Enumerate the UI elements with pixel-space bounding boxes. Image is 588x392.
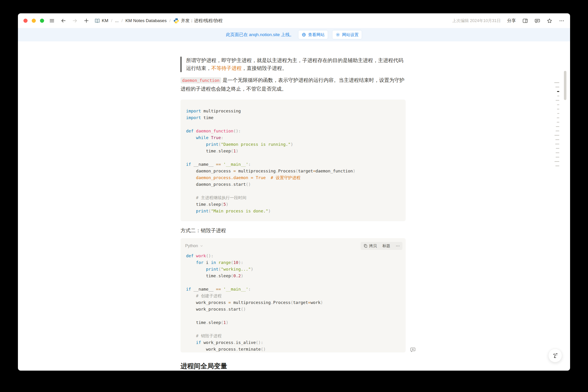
code-block-terminate[interactable]: Python 拷贝 标题 ⋯ def work(): [181,238,406,352]
paragraph-daemon-function: daemon_function 是一个无限循环的函数，表示守护进程的运行内容。当… [181,76,406,93]
zoom-window-button[interactable] [40,18,44,23]
last-edited-timestamp: 上次编辑 2024年10月31日 [452,18,501,24]
code-line: print("Daemon process is running.") [186,141,400,148]
outline-indicator [554,82,559,166]
close-window-button[interactable] [23,18,27,23]
traffic-lights [23,18,44,23]
toc-mark[interactable] [557,91,559,92]
language-label: Python [185,244,198,248]
code-line: # 销毁子进程 [186,332,400,339]
code-line: for i in range(10): [186,259,400,266]
toc-mark[interactable] [557,104,559,105]
caption-button[interactable]: 标题 [380,242,393,250]
toc-mark[interactable] [557,96,559,96]
code-line: daemon_process.daemon = True # 设置守护进程 [186,174,400,181]
scrollbar-thumb[interactable] [564,71,567,100]
back-arrow-icon[interactable] [61,18,66,24]
code-line [186,279,400,286]
toc-mark[interactable] [555,87,559,87]
ai-face-icon [552,352,559,359]
toc-mark[interactable] [556,148,559,149]
code-body: def work(): for i in range(10): print("w… [181,250,406,352]
code-line [186,188,400,194]
new-page-plus-icon[interactable] [84,18,89,24]
notion-ai-button[interactable] [548,348,562,362]
breadcrumb-separator: / [111,18,112,23]
code-toolbar: 拷贝 标题 ⋯ [361,242,402,250]
code-line: daemon_process = multiprocessing.Process… [186,168,400,174]
toc-mark[interactable] [555,135,559,136]
toc-mark[interactable] [555,166,559,166]
code-line: daemon_process.start() [186,181,400,188]
view-site-button[interactable]: 查看网站 [298,30,328,39]
code-line: def daemon_function(): [186,128,400,134]
publish-banner-message: 此页面已在 anqh.notion.site 上线。 [226,32,294,38]
code-block-header: Python 拷贝 标题 ⋯ [181,238,406,250]
hamburger-icon[interactable] [49,18,55,24]
star-icon[interactable] [547,18,552,24]
quote-text: 所谓守护进程，即守护主进程，就是以主进程为主，子进程存在的目的是辅助主进程，主进… [182,56,406,72]
quote-highlight-orange: 不等待子进程 [211,65,242,71]
code-line: print("Main process is done.") [186,208,400,214]
toc-mark[interactable] [555,139,559,140]
toc-mark[interactable] [556,130,559,131]
code-line: work_process = multiprocessing.Process(t… [186,299,400,306]
toc-mark[interactable] [555,161,559,162]
code-line: while True: [186,134,400,141]
breadcrumb-collapsed[interactable]: ... [115,18,119,23]
comment-icon[interactable] [535,18,540,24]
copy-button[interactable]: 拷贝 [361,242,380,250]
language-selector[interactable]: Python [185,244,203,248]
chevron-down-icon [200,244,203,248]
titlebar: KM / ... / KM Notes Databases / 并发：进程/线程… [18,13,570,28]
code-body: import multiprocessingimport time def da… [181,100,406,221]
code-line: if __name__ == '__main__': [186,161,400,168]
toc-mark[interactable] [555,144,559,144]
site-settings-label: 网站设置 [342,32,359,38]
toc-mark[interactable] [557,113,559,114]
breadcrumb: KM / ... / KM Notes Databases / 并发：进程/线程… [95,18,222,24]
toc-mark[interactable] [556,126,559,127]
copy-icon [363,244,368,248]
add-comment-icon[interactable] [410,347,416,354]
breadcrumb-parent[interactable]: KM Notes Databases [125,18,167,23]
code-line: if __name__ == '__main__': [186,286,400,292]
page-content: 所谓守护进程，即守护主进程，就是以主进程为主，子进程存在的目的是辅助主进程，主进… [181,56,406,370]
toc-mark[interactable] [556,152,559,153]
toc-mark[interactable] [556,157,559,158]
code-line: # 创建子进程 [186,292,400,299]
sidebar-toggle-icon[interactable] [522,18,528,24]
code-more-button[interactable]: ⋯ [393,242,402,250]
code-line: time.sleep(1) [186,148,400,154]
breadcrumb-current-page[interactable]: 并发：进程/线程/协程 [174,18,223,24]
code-line [186,326,400,332]
forward-arrow-icon[interactable] [72,18,78,24]
share-button[interactable]: 分享 [507,18,516,24]
toc-mark[interactable] [556,100,559,101]
notion-window: KM / ... / KM Notes Databases / 并发：进程/线程… [18,13,570,370]
toc-mark[interactable] [554,82,559,83]
site-settings-button[interactable]: 网站设置 [332,30,362,39]
ellipsis-icon[interactable] [559,18,565,24]
breadcrumb-workspace[interactable]: KM [95,18,108,24]
code-line: # 主进程继续执行一段时间 [186,194,400,201]
code-line: work_process.start() [186,306,400,312]
quote-text-post: ，直接销毁子进程。 [242,65,287,71]
breadcrumb-separator: / [169,18,171,23]
toc-mark[interactable] [557,109,559,110]
inline-code-daemon-function: daemon_function [181,77,221,84]
code-line: print("working...") [186,266,400,272]
code-line: time.sleep(5) [186,201,400,208]
publish-banner: 此页面已在 anqh.notion.site 上线。 查看网站 网站设置 [18,28,570,42]
code-line: import multiprocessing [186,108,400,114]
code-line: import time [186,114,400,121]
toc-mark[interactable] [557,118,559,118]
gear-icon [336,32,340,37]
minimize-window-button[interactable] [32,18,36,23]
code-block-daemon[interactable]: import multiprocessingimport time def da… [181,100,406,221]
toc-mark[interactable] [557,122,559,122]
code-line: time.sleep(1) [186,319,400,326]
code-line [186,121,400,128]
code-line [186,312,400,319]
globe-icon [302,32,306,37]
